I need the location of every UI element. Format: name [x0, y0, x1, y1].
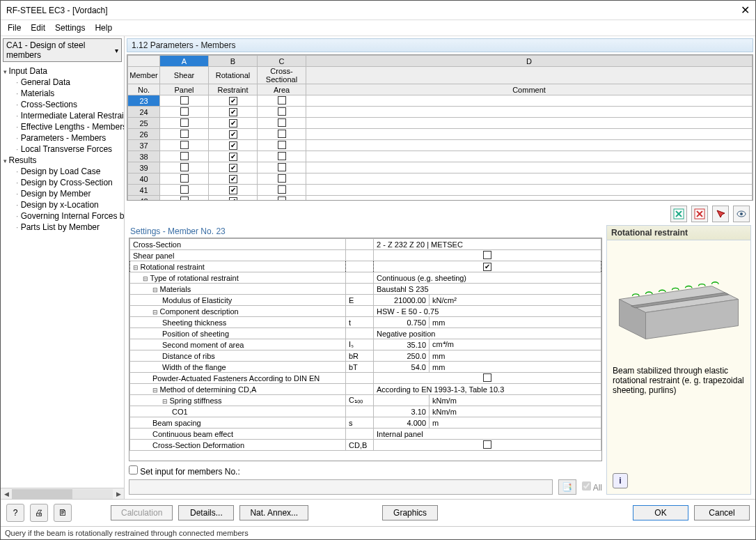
comment-cell[interactable] — [306, 196, 753, 201]
rot-cell[interactable]: ✔ — [209, 151, 258, 162]
comment-cell[interactable] — [306, 118, 753, 129]
csa-cell[interactable] — [258, 173, 306, 185]
comment-cell[interactable] — [306, 162, 753, 173]
prop-value[interactable]: 0.750 — [374, 317, 430, 328]
shear-cell[interactable] — [160, 162, 209, 173]
tree-item[interactable]: Design by Member — [3, 188, 121, 199]
member-no-cell[interactable]: 37 — [128, 140, 160, 151]
nav-hscroll[interactable]: ◀▶ — [1, 488, 124, 499]
shear-cell[interactable] — [160, 118, 209, 129]
all-checkbox[interactable]: All — [582, 481, 602, 493]
csa-cell[interactable] — [258, 95, 306, 107]
prop-value[interactable]: Negative position — [374, 328, 601, 339]
menu-settings[interactable]: Settings — [55, 23, 85, 33]
prop-value[interactable]: Baustahl S 235 — [374, 284, 601, 295]
set-input-checkbox[interactable]: Set input for members No.: — [129, 467, 240, 477]
graphics-button[interactable]: Graphics — [382, 505, 438, 520]
shear-cell[interactable] — [160, 95, 209, 107]
member-no-cell[interactable]: 39 — [128, 162, 160, 173]
csa-cell[interactable] — [258, 196, 306, 201]
rot-cell[interactable]: ✔ — [209, 129, 258, 140]
csa-cell[interactable] — [258, 151, 306, 162]
prop-value[interactable]: 54.0 — [374, 362, 430, 373]
help-icon[interactable]: ? — [6, 504, 24, 522]
tree-item[interactable]: Effective Lengths - Members — [3, 121, 121, 132]
prop-value[interactable]: According to EN 1993-1-3, Table 10.3 — [374, 384, 601, 395]
info-icon[interactable]: i — [613, 473, 628, 488]
member-no-cell[interactable]: 40 — [128, 173, 160, 185]
csa-cell[interactable] — [258, 162, 306, 173]
comment-cell[interactable] — [306, 173, 753, 185]
prop-value[interactable]: Internal panel — [374, 429, 601, 440]
tree-item[interactable]: General Data — [3, 77, 121, 88]
rot-cell[interactable]: ✔ — [209, 173, 258, 185]
tree-item[interactable]: Design by Cross-Section — [3, 177, 121, 188]
csa-cell[interactable] — [258, 118, 306, 129]
rot-cell[interactable]: ✔ — [209, 185, 258, 196]
rot-cell[interactable]: ✔ — [209, 118, 258, 129]
tree-item[interactable]: Materials — [3, 88, 121, 99]
comment-cell[interactable] — [306, 95, 753, 107]
member-no-cell[interactable]: 42 — [128, 196, 160, 201]
tree-item[interactable]: Parameters - Members — [3, 132, 121, 144]
member-no-cell[interactable]: 24 — [128, 107, 160, 118]
csa-cell[interactable] — [258, 185, 306, 196]
export-icon[interactable]: 🖹 — [54, 504, 72, 522]
csa-cell[interactable] — [258, 107, 306, 118]
rot-cell[interactable]: ✔ — [209, 95, 258, 107]
prop-value[interactable] — [374, 440, 601, 451]
menu-file[interactable]: File — [8, 23, 21, 33]
excel-export-icon[interactable] — [670, 206, 687, 222]
member-no-cell[interactable]: 23 — [128, 95, 160, 107]
tree-group[interactable]: Results — [3, 155, 121, 166]
prop-value[interactable]: 4.000 — [374, 417, 430, 429]
member-no-cell[interactable]: 38 — [128, 151, 160, 162]
rot-cell[interactable]: ✔ — [209, 140, 258, 151]
tree-item[interactable]: Governing Internal Forces by Member — [3, 210, 121, 222]
comment-cell[interactable] — [306, 185, 753, 196]
close-icon[interactable]: ✕ — [741, 3, 750, 17]
ok-button[interactable]: OK — [633, 505, 688, 520]
nat-annex-button[interactable]: Nat. Annex... — [239, 505, 308, 520]
prop-value[interactable]: 3.10 — [374, 406, 430, 417]
view-icon[interactable] — [733, 206, 750, 222]
comment-cell[interactable] — [306, 129, 753, 140]
nav-tree[interactable]: Input DataGeneral DataMaterialsCross-Sec… — [1, 64, 124, 488]
cancel-button[interactable]: Cancel — [694, 505, 750, 520]
shear-cell[interactable] — [160, 185, 209, 196]
tree-group[interactable]: Input Data — [3, 65, 121, 77]
tree-item[interactable]: Parts List by Member — [3, 222, 121, 233]
tree-item[interactable]: Local Transverse Forces — [3, 144, 121, 155]
members-grid[interactable]: ABCDMemberShearRotationalCross-Sectional… — [127, 54, 753, 201]
shear-cell[interactable] — [160, 151, 209, 162]
property-grid[interactable]: Cross-Section2 - Z 232 Z 20 | METSECShea… — [129, 238, 602, 461]
prop-value[interactable]: ✔ — [374, 261, 601, 272]
pick-members-icon[interactable]: 📑 — [558, 479, 576, 495]
comment-cell[interactable] — [306, 151, 753, 162]
prop-value[interactable] — [374, 250, 601, 261]
prop-value[interactable] — [374, 373, 601, 384]
rot-cell[interactable]: ✔ — [209, 107, 258, 118]
calculation-button[interactable]: Calculation — [111, 505, 173, 520]
rot-cell[interactable]: ✔ — [209, 162, 258, 173]
shear-cell[interactable] — [160, 196, 209, 201]
tree-item[interactable]: Design by Load Case — [3, 166, 121, 177]
prop-value[interactable] — [374, 395, 430, 406]
menu-help[interactable]: Help — [95, 23, 112, 33]
set-input-field[interactable] — [129, 479, 553, 495]
menu-edit[interactable]: Edit — [31, 23, 45, 33]
pick-icon[interactable] — [712, 206, 729, 222]
prop-value[interactable]: 35.10 — [374, 339, 430, 350]
member-no-cell[interactable]: 41 — [128, 185, 160, 196]
shear-cell[interactable] — [160, 140, 209, 151]
csa-cell[interactable] — [258, 129, 306, 140]
prop-value[interactable]: 2 - Z 232 Z 20 | METSEC — [374, 239, 601, 250]
member-no-cell[interactable]: 25 — [128, 118, 160, 129]
csa-cell[interactable] — [258, 140, 306, 151]
shear-cell[interactable] — [160, 129, 209, 140]
prop-value[interactable]: 21000.00 — [374, 295, 430, 306]
prop-value[interactable]: HSW - E 50 - 0.75 — [374, 306, 601, 317]
prop-value[interactable]: 250.0 — [374, 350, 430, 362]
report-icon[interactable]: 🖨 — [30, 504, 48, 522]
comment-cell[interactable] — [306, 140, 753, 151]
